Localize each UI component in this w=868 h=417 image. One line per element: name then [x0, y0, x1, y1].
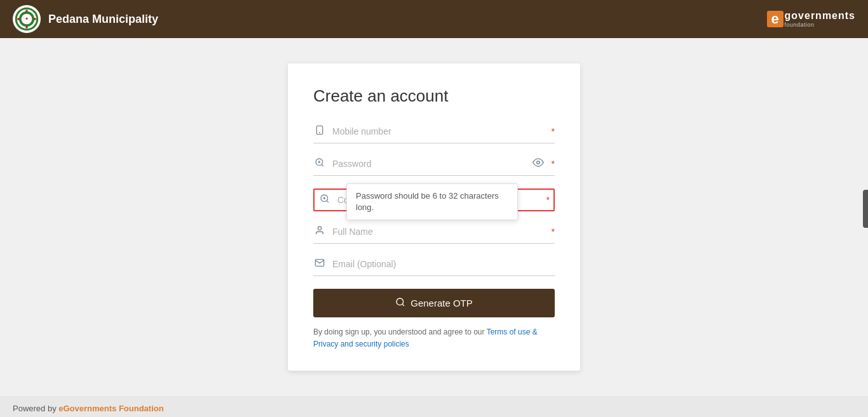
- email-input[interactable]: [332, 256, 555, 272]
- footer-powered-by: Powered by: [13, 404, 58, 413]
- svg-line-17: [327, 201, 329, 202]
- privacy-policy-link[interactable]: Privacy and security policies: [313, 340, 409, 348]
- password-input[interactable]: [332, 156, 532, 171]
- egovt-e-letter: e: [767, 11, 783, 27]
- terms-text: By doing sign up, you understood and agr…: [313, 326, 555, 350]
- main-content: Create an account *: [0, 38, 868, 396]
- password-required-star: *: [552, 159, 555, 169]
- header-left: ✦ Pedana Municipality: [13, 5, 158, 33]
- svg-line-12: [322, 164, 323, 166]
- egovt-govts-text: governments: [785, 10, 855, 22]
- form-title: Create an account: [313, 86, 555, 106]
- municipality-logo: ✦: [13, 5, 41, 33]
- email-input-row: [313, 256, 555, 276]
- footer-company-link[interactable]: eGovernments Foundation: [58, 404, 163, 413]
- full-name-input[interactable]: [332, 224, 548, 239]
- header-title: Pedana Municipality: [48, 13, 158, 26]
- svg-point-6: [25, 26, 28, 29]
- generate-otp-label: Generate OTP: [410, 298, 473, 308]
- confirm-password-input-row: * Password should be 6 to 32 characters …: [313, 189, 555, 211]
- confirm-password-icon: [318, 194, 331, 206]
- email-icon: [313, 258, 326, 270]
- egovt-text-wrap: governments foundation: [785, 10, 855, 28]
- tooltip-message: Password should be 6 to 32 characters lo…: [356, 191, 499, 212]
- svg-point-20: [318, 227, 321, 230]
- person-icon: [313, 225, 326, 238]
- svg-point-15: [536, 161, 539, 164]
- full-name-input-row: *: [313, 224, 555, 244]
- svg-point-21: [397, 298, 403, 305]
- confirm-password-required-star: *: [546, 195, 550, 205]
- generate-otp-button[interactable]: Generate OTP: [313, 289, 555, 317]
- svg-line-22: [402, 304, 404, 306]
- svg-point-8: [34, 18, 36, 20]
- mobile-required-star: *: [552, 126, 555, 136]
- mobile-icon: [313, 125, 326, 138]
- header-right: e governments foundation: [767, 10, 855, 28]
- full-name-required-star: *: [552, 227, 555, 237]
- egovt-logo: e governments foundation: [767, 10, 855, 28]
- scroll-indicator: [863, 190, 868, 228]
- mobile-input[interactable]: [332, 124, 548, 139]
- terms-prefix: By doing sign up, you understood and agr…: [313, 328, 487, 336]
- password-input-row: *: [313, 156, 555, 176]
- app-footer: Powered by eGovernments Foundation: [0, 396, 868, 417]
- terms-of-use-link[interactable]: Terms of use &: [487, 328, 538, 336]
- otp-button-icon: [395, 297, 405, 309]
- toggle-password-icon[interactable]: [532, 157, 544, 171]
- svg-point-5: [25, 10, 28, 12]
- svg-point-7: [17, 18, 20, 20]
- create-account-card: Create an account *: [288, 63, 580, 371]
- svg-text:✦: ✦: [25, 17, 29, 21]
- password-tooltip: Password should be 6 to 32 characters lo…: [346, 183, 518, 220]
- egovt-foundation-text: foundation: [785, 22, 855, 28]
- app-header: ✦ Pedana Municipality e governments foun…: [0, 0, 868, 38]
- password-icon: [313, 157, 326, 170]
- mobile-input-row: *: [313, 124, 555, 143]
